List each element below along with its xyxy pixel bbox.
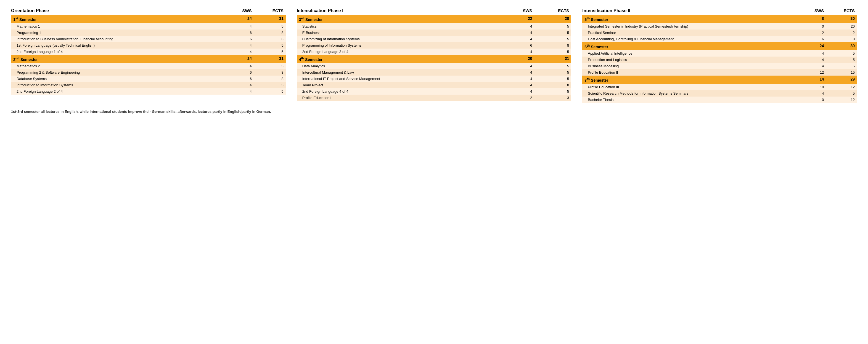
course-ects: 5 (826, 63, 857, 69)
course-row: Team Project48 (297, 82, 571, 88)
semester-sws: 24 (225, 15, 254, 23)
table-header-row: Intensification Phase IISWSECTS (582, 8, 857, 15)
table-header-row: Intensification Phase ISWSECTS (297, 8, 571, 15)
semester-label: 4th Semester (297, 55, 501, 63)
course-row: 2nd Foreign Language 3 of 445 (297, 48, 571, 55)
course-sws: 6 (799, 36, 826, 42)
phase-table-intensification1: Intensification Phase ISWSECTS3rd Semest… (297, 8, 571, 101)
semester-ects: 30 (826, 42, 857, 50)
course-name: Data Analytics (297, 63, 501, 69)
course-name: Programming 1 (11, 30, 225, 36)
course-name: Team Project (297, 82, 501, 88)
course-sws: 4 (799, 63, 826, 69)
course-sws: 6 (501, 42, 534, 48)
course-name: Business Modelling (582, 63, 799, 69)
course-sws: 4 (501, 63, 534, 69)
course-row: Profile Education II1215 (582, 69, 857, 76)
course-name: Profile Education I (297, 95, 501, 101)
phase-title: Orientation Phase (11, 8, 225, 15)
course-row: Profile Education I23 (297, 95, 571, 101)
course-name: Database Systems (11, 76, 225, 82)
col-sws-header: SWS (501, 8, 534, 15)
course-name: Applied Artificial Intelligence (582, 50, 799, 57)
course-ects: 12 (826, 97, 857, 103)
semester-row-1: 2nd Semester2431 (11, 55, 286, 63)
course-ects: 5 (254, 82, 286, 88)
course-name: Mathematics 1 (11, 23, 225, 30)
course-sws: 4 (501, 76, 534, 82)
course-ects: 5 (534, 36, 571, 42)
course-sws: 4 (799, 90, 826, 97)
course-name: International IT Project and Service Man… (297, 76, 501, 82)
course-ects: 5 (254, 63, 286, 69)
course-sws: 0 (799, 23, 826, 30)
course-ects: 5 (826, 90, 857, 97)
course-name: Programming of Information Systems (297, 42, 501, 48)
phase-table-orientation: Orientation PhaseSWSECTS1st Semester2431… (11, 8, 286, 95)
main-container: Orientation PhaseSWSECTS1st Semester2431… (11, 8, 857, 103)
course-sws: 6 (225, 76, 254, 82)
course-row: Business Modelling45 (582, 63, 857, 69)
course-row: Practical Seminar22 (582, 30, 857, 36)
course-name: Bachelor Thesis (582, 97, 799, 103)
course-ects: 8 (534, 42, 571, 48)
course-row: Integrated Semester in Industry (Practic… (582, 23, 857, 30)
course-name: Statistics (297, 23, 501, 30)
semester-row-1: 4th Semester2031 (297, 55, 571, 63)
course-ects: 5 (534, 76, 571, 82)
course-row: Programming of Information Systems68 (297, 42, 571, 48)
course-ects: 12 (826, 84, 857, 90)
course-row: Introduction to Business Administration,… (11, 36, 286, 42)
table-orientation: Orientation PhaseSWSECTS1st Semester2431… (11, 8, 286, 95)
course-name: Cost Accounting, Controlling & Financial… (582, 36, 799, 42)
course-row: International IT Project and Service Man… (297, 76, 571, 82)
semester-label: 5th Semester (582, 15, 799, 23)
semester-label: 1st Semester (11, 15, 225, 23)
course-ects: 3 (534, 95, 571, 101)
course-sws: 4 (501, 69, 534, 76)
semester-sws: 24 (225, 55, 254, 63)
course-ects: 5 (254, 42, 286, 48)
course-row: Scientific Research Methods for Informat… (582, 90, 857, 97)
semester-label: 7th Semester (582, 76, 799, 84)
course-row: Intercultural Management & Law45 (297, 69, 571, 76)
course-ects: 5 (534, 63, 571, 69)
course-row: Data Analytics45 (297, 63, 571, 69)
course-sws: 4 (501, 88, 534, 95)
course-sws: 4 (501, 48, 534, 55)
course-sws: 12 (799, 69, 826, 76)
course-sws: 4 (225, 82, 254, 88)
course-sws: 4 (225, 88, 254, 95)
course-ects: 5 (534, 23, 571, 30)
course-row: Profile Education III1012 (582, 84, 857, 90)
course-row: Mathematics 145 (11, 23, 286, 30)
footer-note: 1st-3rd semester all lectures in English… (11, 109, 857, 114)
course-ects: 5 (254, 48, 286, 55)
semester-ects: 31 (254, 15, 286, 23)
semester-ects: 31 (534, 55, 571, 63)
course-sws: 4 (501, 23, 534, 30)
course-ects: 8 (254, 30, 286, 36)
course-name: 2nd Foreign Language 2 of 4 (11, 88, 225, 95)
phase-title: Intensification Phase I (297, 8, 501, 15)
course-ects: 8 (254, 36, 286, 42)
course-row: E-Business45 (297, 30, 571, 36)
course-ects: 2 (826, 30, 857, 36)
course-name: 2nd Foreign Language 3 of 4 (297, 48, 501, 55)
course-sws: 2 (799, 30, 826, 36)
course-name: E-Business (297, 30, 501, 36)
course-sws: 4 (225, 42, 254, 48)
course-name: Programming 2 & Software Engineering (11, 69, 225, 76)
course-row: 2nd Foreign Language 2 of 445 (11, 88, 286, 95)
course-ects: 5 (254, 23, 286, 30)
semester-ects: 28 (534, 15, 571, 23)
semester-sws: 14 (799, 76, 826, 84)
course-ects: 8 (254, 69, 286, 76)
course-name: 2nd Foreign Language 1 of 4 (11, 48, 225, 55)
course-sws: 2 (501, 95, 534, 101)
course-sws: 6 (225, 69, 254, 76)
course-name: Production and Logistics (582, 57, 799, 63)
semester-label: 3rd Semester (297, 15, 501, 23)
semester-sws: 20 (501, 55, 534, 63)
course-row: Production and Logistics45 (582, 57, 857, 63)
